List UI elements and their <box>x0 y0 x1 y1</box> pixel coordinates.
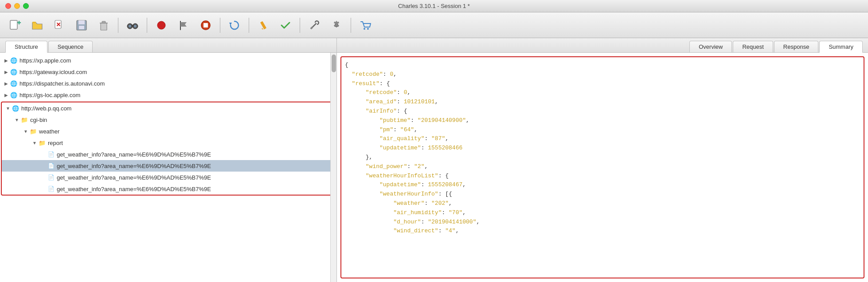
arrow-icon <box>4 105 12 112</box>
arrow-icon <box>40 162 47 169</box>
tree-item-label: get_weather_info?area_name=%E6%9D%AD%E5%… <box>57 163 211 169</box>
toolbar-sep-3 <box>220 18 220 33</box>
svg-point-17 <box>134 25 137 27</box>
tab-request[interactable]: Request <box>733 41 773 52</box>
globe-icon: 🌐 <box>10 56 18 64</box>
arrow-icon <box>3 68 10 75</box>
tree-item-xp-apple[interactable]: 🌐 https://xp.apple.com <box>0 55 336 66</box>
tree-container: 🌐 https://xp.apple.com 🌐 https://gateway… <box>0 53 336 282</box>
json-container: { "retcode": 0, "result": { "retcode": 0… <box>337 53 868 282</box>
svg-marker-24 <box>262 28 263 30</box>
tree-item-label: cgi-bin <box>30 117 47 123</box>
toolbar-sep-1 <box>118 18 118 33</box>
tree-item-weather[interactable]: 📁 weather <box>2 125 335 137</box>
tree-item-cgi-bin[interactable]: 📁 cgi-bin <box>2 114 335 125</box>
tree-item-file-4[interactable]: 📄 get_weather_info?area_name=%E6%9D%AD%E… <box>2 183 335 195</box>
tree-item-web-p-qq[interactable]: 🌐 http://web.p.qq.com <box>2 102 335 114</box>
file-icon: 📄 <box>47 150 55 158</box>
tree-scroll[interactable]: 🌐 https://xp.apple.com 🌐 https://gateway… <box>0 53 336 282</box>
left-tab-bar: Structure Sequence <box>0 38 336 53</box>
arrow-icon <box>40 185 47 192</box>
open-button[interactable] <box>27 16 47 35</box>
checkmark-button[interactable] <box>276 16 295 35</box>
tab-summary[interactable]: Summary <box>819 41 863 53</box>
new-button[interactable] <box>5 16 25 35</box>
cart-button[interactable] <box>356 16 375 35</box>
globe-icon: 🌐 <box>10 91 18 99</box>
maximize-button[interactable] <box>23 3 29 9</box>
tree-item-dispatcher-autonavi[interactable]: 🌐 https://dispatcher.is.autonavi.com <box>0 78 336 89</box>
window-title: Charles 3.10.1 - Session 1 * <box>398 3 470 9</box>
json-bordered-box: { "retcode": 0, "result": { "retcode": 0… <box>340 56 864 278</box>
toolbar-sep-5 <box>300 18 300 33</box>
stop-button[interactable] <box>196 16 215 35</box>
tree-item-gs-loc-apple[interactable]: 🌐 https://gs-loc.apple.com <box>0 89 336 101</box>
binoculars-button[interactable] <box>123 16 142 35</box>
window-controls <box>5 3 29 9</box>
tree-item-label: get_weather_info?area_name=%E6%9D%AD%E5%… <box>57 174 211 181</box>
save-button[interactable] <box>72 16 91 35</box>
tree-item-label: https://gs-loc.apple.com <box>20 92 80 98</box>
svg-rect-8 <box>78 20 85 24</box>
tree-item-file-3[interactable]: 📄 get_weather_info?area_name=%E6%9D%AD%E… <box>2 172 335 183</box>
close-button[interactable] <box>5 3 11 9</box>
trash-button[interactable] <box>94 16 113 35</box>
arrow-icon <box>3 91 10 98</box>
arrow-icon <box>40 151 47 158</box>
tree-item-label: https://dispatcher.is.autonavi.com <box>20 80 105 87</box>
arrow-icon <box>22 128 29 135</box>
tree-item-label: http://web.p.qq.com <box>21 105 71 112</box>
svg-point-27 <box>364 28 365 30</box>
folder-icon: 📁 <box>20 116 28 124</box>
tree-item-label: https://gateway.icloud.com <box>20 69 87 75</box>
tree-scrollbar[interactable] <box>330 53 336 282</box>
record-button[interactable] <box>152 16 171 35</box>
minimize-button[interactable] <box>14 3 20 9</box>
wrench-button[interactable] <box>305 16 324 35</box>
pencil-button[interactable] <box>254 16 273 35</box>
tree-item-file-2[interactable]: 📄 get_weather_info?area_name=%E6%9D%AD%E… <box>2 160 335 172</box>
right-tab-bar: Overview Request Response Summary <box>337 38 868 53</box>
file-icon: 📄 <box>47 162 55 170</box>
toolbar-sep-4 <box>249 18 249 33</box>
file-icon: 📄 <box>47 185 55 193</box>
tree-item-label: get_weather_info?area_name=%E6%9D%AD%E5%… <box>57 186 211 192</box>
highlighted-section: 🌐 http://web.p.qq.com 📁 cgi-bin 📁 weathe… <box>1 102 336 196</box>
arrow-icon <box>40 174 47 181</box>
gear-button[interactable] <box>327 16 346 35</box>
close-file-button[interactable] <box>50 16 69 35</box>
tree-item-file-1[interactable]: 📄 get_weather_info?area_name=%E6%9D%AD%E… <box>2 149 335 160</box>
flag-button[interactable] <box>174 16 193 35</box>
tree-item-label: report <box>48 140 63 146</box>
main-layout: Structure Sequence 🌐 https://xp.apple.co… <box>0 38 868 282</box>
folder-icon: 📁 <box>29 127 37 135</box>
tree-item-gateway-icloud[interactable]: 🌐 https://gateway.icloud.com <box>0 66 336 78</box>
svg-rect-23 <box>260 21 266 29</box>
title-bar: Charles 3.10.1 - Session 1 * <box>0 0 868 12</box>
tab-overview[interactable]: Overview <box>689 41 732 52</box>
svg-point-16 <box>129 25 131 27</box>
right-panel: Overview Request Response Summary { "ret… <box>337 38 868 282</box>
left-panel: Structure Sequence 🌐 https://xp.apple.co… <box>0 38 337 282</box>
svg-rect-0 <box>10 20 17 29</box>
tree-item-label: weather <box>39 128 59 135</box>
tree-item-label: https://xp.apple.com <box>20 57 71 64</box>
svg-rect-9 <box>79 26 84 29</box>
svg-point-18 <box>157 21 165 29</box>
json-content: { "retcode": 0, "result": { "retcode": 0… <box>345 61 860 236</box>
svg-rect-12 <box>102 21 106 23</box>
refresh-button[interactable] <box>225 16 244 35</box>
svg-rect-10 <box>101 23 107 30</box>
tab-response[interactable]: Response <box>774 41 819 52</box>
svg-rect-21 <box>203 23 208 27</box>
file-icon: 📄 <box>47 173 55 181</box>
toolbar <box>0 12 868 38</box>
tree-item-label: get_weather_info?area_name=%E6%9D%AD%E5%… <box>57 151 211 158</box>
globe-icon: 🌐 <box>10 79 18 87</box>
tree-item-report[interactable]: 📁 report <box>2 137 335 149</box>
tab-sequence[interactable]: Sequence <box>48 41 93 52</box>
tab-structure[interactable]: Structure <box>5 41 47 53</box>
tree-scrollbar-thumb[interactable] <box>332 55 336 72</box>
toolbar-sep-2 <box>147 18 147 33</box>
svg-point-28 <box>367 28 369 30</box>
